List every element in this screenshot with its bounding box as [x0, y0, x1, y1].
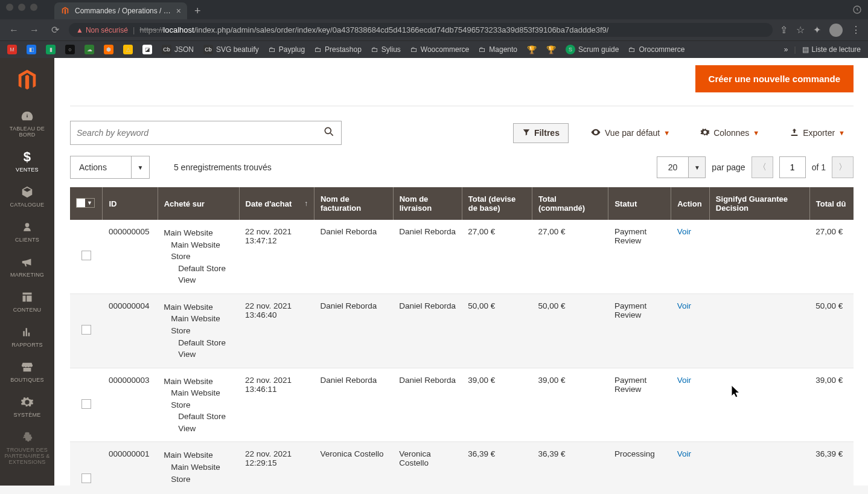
- search-icon[interactable]: [323, 126, 335, 141]
- default-view-button[interactable]: Vue par défaut ▼: [582, 123, 678, 144]
- export-icon: [790, 127, 799, 139]
- sidebar-item-megaphone[interactable]: MARKETING: [0, 249, 54, 284]
- export-button[interactable]: Exporter ▼: [781, 123, 854, 143]
- bars-icon: [20, 325, 34, 339]
- extensions-icon[interactable]: ✦: [813, 24, 821, 36]
- bookmark-item[interactable]: 🏆: [546, 45, 556, 54]
- col-purchase-date[interactable]: Date d'achat↑: [239, 187, 314, 220]
- cell-total-base: 39,00 €: [462, 368, 532, 442]
- new-tab-button[interactable]: +: [194, 5, 201, 18]
- reload-icon[interactable]: ⟳: [48, 24, 62, 37]
- bookmark-item[interactable]: ☁: [85, 45, 94, 54]
- row-checkbox[interactable]: [81, 399, 91, 409]
- bookmark-item[interactable]: CbJSON: [162, 45, 194, 54]
- grid-toolbar: Filtres Vue par défaut ▼ Colonnes ▼: [70, 106, 854, 145]
- traffic-light-max[interactable]: [30, 4, 37, 11]
- of-pages-label: of 1: [812, 162, 826, 172]
- bookmark-item[interactable]: CbSVG beatuify: [203, 45, 259, 54]
- magento-logo-icon[interactable]: [16, 69, 39, 92]
- cell-date: 22 nov. 2021 13:47:12: [239, 220, 314, 294]
- create-order-button[interactable]: Créer une nouvelle commande: [695, 65, 854, 92]
- select-all-header[interactable]: ▼: [70, 187, 103, 220]
- col-id[interactable]: ID: [103, 187, 158, 220]
- search-input[interactable]: [77, 128, 323, 138]
- folder-icon: 🗀: [371, 45, 378, 54]
- eye-icon: [590, 127, 601, 140]
- col-purchase-point[interactable]: Acheté sur: [158, 187, 239, 220]
- sidebar-item-bars[interactable]: RAPPORTS: [0, 319, 54, 354]
- main-content: Créer une nouvelle commande Filtres: [54, 58, 868, 486]
- traffic-light-close[interactable]: [6, 4, 13, 11]
- table-row[interactable]: 000000001Main WebsiteMain Website StoreD…: [70, 442, 854, 486]
- reading-list-button[interactable]: ▤ Liste de lecture: [802, 45, 861, 54]
- bookmark-folder[interactable]: 🗀Payplug: [269, 45, 305, 54]
- cell-bill: Daniel Reborda: [314, 220, 393, 294]
- sidebar-item-layout[interactable]: CONTENU: [0, 284, 54, 319]
- columns-button[interactable]: Colonnes ▼: [692, 123, 768, 143]
- page-input[interactable]: [779, 156, 806, 178]
- profile-avatar[interactable]: [829, 24, 843, 37]
- cell-status: Payment Review: [608, 294, 671, 368]
- search-box[interactable]: [70, 121, 342, 145]
- prev-page-button[interactable]: 〈: [752, 156, 773, 178]
- bookmark-item[interactable]: 🏆: [527, 45, 537, 54]
- sidebar-item-cube[interactable]: CATALOGUE: [0, 179, 54, 214]
- bookmark-item[interactable]: △: [123, 45, 133, 54]
- bookmark-folder[interactable]: 🗀Magento: [479, 45, 517, 54]
- url-bar[interactable]: ▲ Non sécurisé | https://localhost/index…: [69, 23, 773, 37]
- bookmark-item[interactable]: ⬢: [104, 45, 113, 54]
- kebab-menu-icon[interactable]: ⋮: [851, 24, 861, 36]
- bookmark-item[interactable]: ◪: [142, 45, 152, 54]
- view-link[interactable]: Voir: [677, 227, 691, 236]
- bookmark-item[interactable]: ◧: [27, 45, 36, 54]
- sidebar-item-puzzle[interactable]: TROUVER DES PARTENAIRES & EXTENSIONS: [0, 424, 54, 471]
- chrome-menu-icon[interactable]: [852, 5, 862, 17]
- cell-bill: Daniel Reborda: [314, 368, 393, 442]
- back-icon[interactable]: ←: [7, 24, 21, 37]
- bookmark-item[interactable]: SScrum guide: [566, 45, 619, 54]
- forward-icon[interactable]: →: [28, 24, 41, 37]
- star-icon[interactable]: ☆: [796, 24, 805, 36]
- browser-tab[interactable]: Commandes / Operations / Sal ×: [54, 2, 187, 19]
- table-row[interactable]: 000000003Main WebsiteMain Website StoreD…: [70, 368, 854, 442]
- sidebar-item-gear[interactable]: SYSTÈME: [0, 389, 54, 424]
- sidebar-item-speedometer[interactable]: TABLEAU DE BORD: [0, 103, 54, 144]
- row-checkbox[interactable]: [81, 473, 91, 483]
- col-total-purchased[interactable]: Total (commandé): [532, 187, 608, 220]
- col-signifyd[interactable]: Signifyd Guarantee Decision: [709, 187, 809, 220]
- per-page-dropdown[interactable]: 20 ▼: [657, 156, 706, 178]
- col-ship-to[interactable]: Nom de livraison: [393, 187, 462, 220]
- bookmark-folder[interactable]: 🗀Orocommerce: [628, 45, 685, 54]
- next-page-button[interactable]: 〉: [832, 156, 854, 178]
- row-checkbox[interactable]: [81, 251, 91, 260]
- view-link[interactable]: Voir: [677, 376, 691, 385]
- bookmark-folder[interactable]: 🗀Prestashop: [314, 45, 362, 54]
- bookmark-item[interactable]: M: [7, 45, 17, 54]
- cell-total-base: 50,00 €: [462, 294, 532, 368]
- bookmark-item[interactable]: ▮: [46, 45, 56, 54]
- bookmark-folder[interactable]: 🗀Woocommerce: [410, 45, 469, 54]
- tab-close-icon[interactable]: ×: [176, 6, 181, 16]
- bookmark-item[interactable]: ○: [65, 45, 75, 54]
- view-link[interactable]: Voir: [677, 449, 691, 458]
- sidebar-item-stores[interactable]: BOUTIQUES: [0, 354, 54, 389]
- mass-actions-dropdown[interactable]: Actions ▼: [70, 156, 150, 179]
- folder-icon: 🗀: [479, 45, 486, 54]
- col-action[interactable]: Action: [671, 187, 710, 220]
- traffic-light-min[interactable]: [18, 4, 25, 11]
- bookmarks-overflow[interactable]: »: [784, 45, 788, 54]
- view-link[interactable]: Voir: [677, 301, 691, 310]
- share-icon[interactable]: ⇪: [780, 24, 788, 36]
- table-row[interactable]: 000000005Main WebsiteMain Website StoreD…: [70, 220, 854, 294]
- col-bill-to[interactable]: Nom de facturation: [314, 187, 393, 220]
- filters-button[interactable]: Filtres: [513, 123, 569, 143]
- export-label: Exporter: [803, 128, 835, 138]
- col-total-due[interactable]: Total dû: [809, 187, 854, 220]
- row-checkbox[interactable]: [81, 325, 91, 335]
- sidebar-item-dollar[interactable]: $VENTES: [0, 144, 54, 179]
- sidebar-item-person[interactable]: CLIENTS: [0, 214, 54, 249]
- col-status[interactable]: Statut: [608, 187, 671, 220]
- bookmark-folder[interactable]: 🗀Sylius: [371, 45, 401, 54]
- col-total-base[interactable]: Total (devise de base): [462, 187, 532, 220]
- table-row[interactable]: 000000004Main WebsiteMain Website StoreD…: [70, 294, 854, 368]
